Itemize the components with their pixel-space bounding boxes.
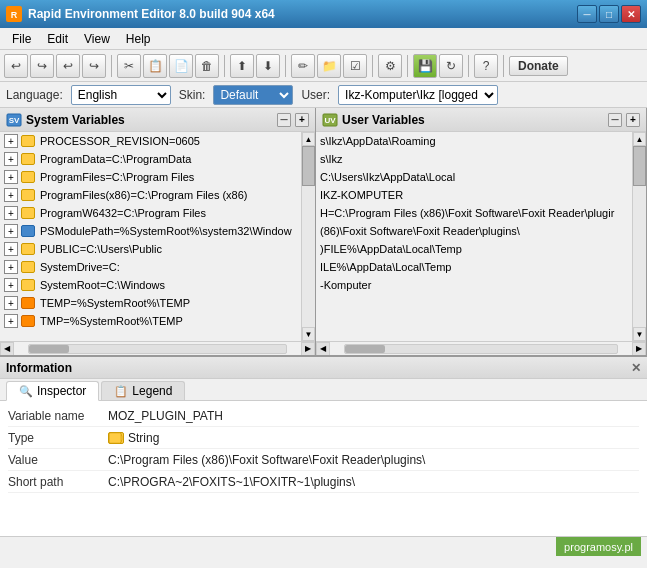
user-hscroll-track[interactable] [344,344,618,354]
list-item[interactable]: )FILE%\AppData\Local\Temp [316,240,632,258]
legend-tab-icon: 📋 [114,385,128,398]
app-icon: R [6,6,22,22]
scroll-down[interactable]: ▼ [302,327,315,341]
list-item[interactable]: IKZ-KOMPUTER [316,186,632,204]
apply-button[interactable]: 💾 [413,54,437,78]
sys-vars-hscroll[interactable]: ◀ ▶ [0,341,315,355]
user-scroll-down[interactable]: ▼ [633,327,646,341]
tab-inspector[interactable]: 🔍 Inspector [6,381,99,401]
expand-btn[interactable]: + [4,188,18,202]
check-button[interactable]: ☑ [343,54,367,78]
list-item[interactable]: + ProgramData=C:\ProgramData [0,150,301,168]
user-vars-scrollbar[interactable]: ▲ ▼ [632,132,646,341]
title-bar: R Rapid Environment Editor 8.0 build 904… [0,0,647,28]
settings-button[interactable]: ⚙ [378,54,402,78]
undo-button[interactable]: ↩ [4,54,28,78]
user-variables-list[interactable]: s\Ikz\AppData\Roamings\IkzC:\Users\Ikz\A… [316,132,632,341]
expand-btn[interactable]: + [4,152,18,166]
redo-button[interactable]: ↪ [30,54,54,78]
list-item[interactable]: + SystemRoot=C:\Windows [0,276,301,294]
scroll-up[interactable]: ▲ [302,132,315,146]
maximize-button[interactable]: □ [599,5,619,23]
list-item[interactable]: + ProgramFiles=C:\Program Files [0,168,301,186]
list-item[interactable]: C:\Users\Ikz\AppData\Local [316,168,632,186]
expand-btn[interactable]: + [4,278,18,292]
user-hscroll-right[interactable]: ▶ [632,342,646,356]
list-item[interactable]: + SystemDrive=C: [0,258,301,276]
tab-legend[interactable]: 📋 Legend [101,381,185,400]
user-scroll-track[interactable] [633,146,646,327]
sys-vars-minimize[interactable]: ─ [277,113,291,127]
user-hscroll-thumb[interactable] [345,345,385,353]
user-vars-hscroll[interactable]: ◀ ▶ [316,341,646,355]
close-button[interactable]: ✕ [621,5,641,23]
hscroll-track[interactable] [28,344,287,354]
svg-marker-7 [121,434,123,441]
sys-vars-scrollbar[interactable]: ▲ ▼ [301,132,315,341]
sys-vars-maximize[interactable]: + [295,113,309,127]
var-name: ProgramFiles(x86)=C:\Program Files (x86) [40,189,248,201]
list-item[interactable]: H=C:\Program Files (x86)\Foxit Software\… [316,204,632,222]
paste-button[interactable]: 📄 [169,54,193,78]
system-variables-list[interactable]: + PROCESSOR_REVISION=0605 + ProgramData=… [0,132,301,341]
user-scroll-thumb[interactable] [633,146,646,186]
hscroll-left[interactable]: ◀ [0,342,14,356]
list-item[interactable]: + PROCESSOR_REVISION=0605 [0,132,301,150]
list-item[interactable]: + PUBLIC=C:\Users\Public [0,240,301,258]
expand-btn[interactable]: + [4,242,18,256]
var-icon [20,223,36,239]
scroll-thumb[interactable] [302,146,315,186]
expand-btn[interactable]: + [4,206,18,220]
menu-edit[interactable]: Edit [39,30,76,48]
user-vars-maximize[interactable]: + [626,113,640,127]
move-down-button[interactable]: ⬇ [256,54,280,78]
minimize-button[interactable]: ─ [577,5,597,23]
list-item[interactable]: + PSModulePath=%SystemRoot%\system32\Win… [0,222,301,240]
language-select[interactable]: English [71,85,171,105]
browse-button[interactable]: 📁 [317,54,341,78]
var-icon [20,133,36,149]
menu-file[interactable]: File [4,30,39,48]
info-row-value: Value C:\Program Files (x86)\Foxit Softw… [8,449,639,471]
user-variables-title: User Variables [342,113,425,127]
expand-btn[interactable]: + [4,134,18,148]
expand-btn[interactable]: + [4,170,18,184]
var-name: )FILE%\AppData\Local\Temp [320,243,462,255]
user-vars-minimize[interactable]: ─ [608,113,622,127]
list-item[interactable]: + TEMP=%SystemRoot%\TEMP [0,294,301,312]
skin-select[interactable]: Default [213,85,293,105]
list-item[interactable]: + ProgramW6432=C:\Program Files [0,204,301,222]
help-button[interactable]: ? [474,54,498,78]
forward-button[interactable]: ↪ [82,54,106,78]
user-hscroll-left[interactable]: ◀ [316,342,330,356]
list-item[interactable]: (86)\Foxit Software\Foxit Reader\plugins… [316,222,632,240]
expand-btn[interactable]: + [4,260,18,274]
var-icon [20,169,36,185]
menu-view[interactable]: View [76,30,118,48]
list-item[interactable]: + ProgramFiles(x86)=C:\Program Files (x8… [0,186,301,204]
delete-button[interactable]: 🗑 [195,54,219,78]
expand-btn[interactable]: + [4,296,18,310]
menu-help[interactable]: Help [118,30,159,48]
copy-button[interactable]: 📋 [143,54,167,78]
edit-button[interactable]: ✏ [291,54,315,78]
list-item[interactable]: -Komputer [316,276,632,294]
hscroll-right[interactable]: ▶ [301,342,315,356]
info-close-button[interactable]: ✕ [631,361,641,375]
scroll-track[interactable] [302,146,315,327]
user-scroll-up[interactable]: ▲ [633,132,646,146]
cut-button[interactable]: ✂ [117,54,141,78]
list-item[interactable]: + TMP=%SystemRoot%\TEMP [0,312,301,330]
move-up-button[interactable]: ⬆ [230,54,254,78]
user-select[interactable]: Ikz-Komputer\Ikz [logged in] [338,85,498,105]
back-button[interactable]: ↩ [56,54,80,78]
list-item[interactable]: s\Ikz [316,150,632,168]
revert-button[interactable]: ↻ [439,54,463,78]
hscroll-thumb[interactable] [29,345,69,353]
expand-btn[interactable]: + [4,224,18,238]
list-item[interactable]: ILE%\AppData\Local\Temp [316,258,632,276]
donate-button[interactable]: Donate [509,56,568,76]
type-key: Type [8,431,108,445]
list-item[interactable]: s\Ikz\AppData\Roaming [316,132,632,150]
expand-btn[interactable]: + [4,314,18,328]
